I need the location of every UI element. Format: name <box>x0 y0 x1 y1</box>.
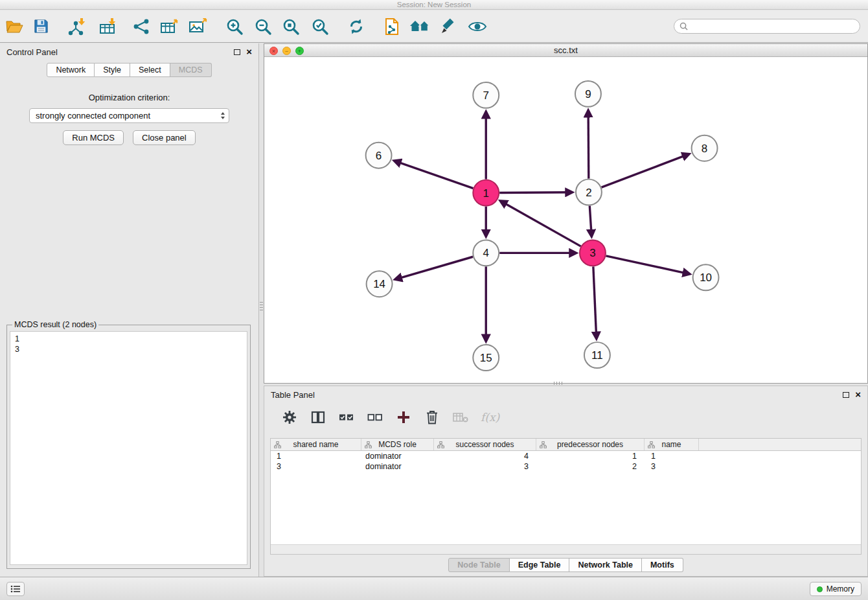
tab-mcds[interactable]: MCDS <box>170 63 212 77</box>
task-history-button[interactable] <box>6 582 25 596</box>
tab-motifs[interactable]: Motifs <box>642 558 683 572</box>
home-button[interactable] <box>409 15 431 38</box>
column-type-icon <box>365 441 372 448</box>
node-label: 9 <box>585 88 591 100</box>
node-11[interactable]: 11 <box>584 342 610 368</box>
horizontal-splitter-handle[interactable] <box>554 382 564 385</box>
float-panel-icon[interactable] <box>843 392 849 398</box>
export-table-button[interactable] <box>158 15 180 38</box>
column-header-name[interactable]: name <box>645 439 699 450</box>
mcds-result-line: 3 <box>15 344 242 354</box>
control-panel-title: Control Panel <box>6 47 58 57</box>
network-canvas[interactable]: 7968124314101511 <box>264 58 867 383</box>
delete-column-button[interactable] <box>452 408 469 427</box>
dropdown-stepper-icon <box>221 112 225 119</box>
column-header-mcds-role[interactable]: MCDS role <box>361 439 434 450</box>
import-table-icon <box>98 17 117 36</box>
edge-2-9[interactable] <box>588 111 589 179</box>
float-panel-icon[interactable] <box>234 49 240 55</box>
run-mcds-button[interactable]: Run MCDS <box>63 130 124 145</box>
edge-2-8[interactable] <box>602 154 689 187</box>
trash-icon <box>426 410 439 424</box>
zoom-fit-button[interactable] <box>280 15 302 38</box>
main-toolbar <box>0 10 868 43</box>
import-network-icon <box>66 17 86 36</box>
column-type-icon <box>648 441 655 448</box>
column-header-successor-nodes[interactable]: successor nodes <box>434 439 536 450</box>
select-all-button[interactable] <box>338 408 355 427</box>
close-panel-icon[interactable]: × <box>855 391 861 398</box>
columns-icon <box>311 411 325 424</box>
edge-4-14[interactable] <box>395 257 473 279</box>
node-table: shared name MCDS role successor nodes pr… <box>270 438 862 555</box>
vertical-splitter-handle[interactable] <box>260 302 263 312</box>
node-8[interactable]: 8 <box>692 135 718 161</box>
node-1[interactable]: 1 <box>473 180 499 206</box>
node-6[interactable]: 6 <box>366 143 392 168</box>
edge-1-6[interactable] <box>394 161 473 188</box>
tab-node-table[interactable]: Node Table <box>448 558 509 572</box>
cell-mcds-role: dominator <box>361 452 434 461</box>
import-table-button[interactable] <box>97 15 119 38</box>
table-panel-tabs: Node Table Edge Table Network Table Moti… <box>264 558 867 572</box>
edge-3-10[interactable] <box>606 256 689 274</box>
node-7[interactable]: 7 <box>473 82 499 108</box>
tab-style[interactable]: Style <box>95 63 130 77</box>
node-15[interactable]: 15 <box>473 345 499 371</box>
zoom-in-button[interactable] <box>223 15 246 38</box>
import-network-button[interactable] <box>65 15 87 38</box>
window-minimize-icon[interactable]: − <box>282 47 291 55</box>
column-header-predecessor-nodes[interactable]: predecessor nodes <box>536 439 645 450</box>
export-image-button[interactable] <box>187 15 209 38</box>
node-4[interactable]: 4 <box>473 240 499 266</box>
column-header-shared-name[interactable]: shared name <box>271 439 361 450</box>
optimization-criterion-select[interactable]: strongly connected component <box>29 108 229 123</box>
close-panel-button[interactable]: Close panel <box>133 130 196 145</box>
network-window-titlebar[interactable]: × − + scc.txt <box>264 44 867 57</box>
mcds-result-title: MCDS result (2 nodes) <box>12 320 98 329</box>
window-zoom-icon[interactable]: + <box>295 47 304 55</box>
table-row[interactable]: 1 dominator 4 1 1 <box>271 451 861 461</box>
network-window: × − + scc.txt 7968124314101511 <box>264 43 868 384</box>
show-columns-button[interactable] <box>310 408 326 427</box>
search-input[interactable] <box>691 21 860 32</box>
close-panel-icon[interactable]: × <box>246 48 252 56</box>
table-header-row: shared name MCDS role successor nodes pr… <box>271 439 861 451</box>
table-panel-header: Table Panel × <box>264 386 867 403</box>
table-row[interactable]: 3 dominator 3 2 3 <box>271 461 861 472</box>
node-3[interactable]: 3 <box>580 240 606 266</box>
add-column-button[interactable] <box>395 408 412 427</box>
cell-predecessor-nodes: 2 <box>536 462 645 471</box>
network-share-button[interactable] <box>130 15 152 38</box>
tab-network[interactable]: Network <box>47 63 95 77</box>
edge-2-3[interactable] <box>589 206 591 237</box>
eye-button[interactable] <box>466 15 488 38</box>
node-10[interactable]: 10 <box>693 264 719 290</box>
function-builder-button[interactable]: f(x) <box>481 408 499 427</box>
horizontal-scrollbar[interactable] <box>271 544 861 554</box>
node-2[interactable]: 2 <box>576 179 602 205</box>
zoom-out-button[interactable] <box>252 15 274 38</box>
edge-3-11[interactable] <box>593 266 597 338</box>
memory-status-icon <box>817 586 823 592</box>
window-close-icon[interactable]: × <box>269 47 278 55</box>
network-file-button[interactable] <box>381 15 403 38</box>
column-type-icon <box>274 441 281 448</box>
node-14[interactable]: 14 <box>367 271 393 297</box>
node-9[interactable]: 9 <box>575 81 601 107</box>
paint-button[interactable] <box>437 15 459 38</box>
edge-1-2[interactable] <box>499 192 572 193</box>
tab-network-table[interactable]: Network Table <box>569 558 642 572</box>
edge-3-1[interactable] <box>501 201 581 246</box>
table-settings-button[interactable] <box>281 408 298 427</box>
memory-button[interactable]: Memory <box>810 582 862 596</box>
save-session-button[interactable] <box>30 15 52 38</box>
zoom-selected-button[interactable] <box>309 15 331 38</box>
delete-row-button[interactable] <box>424 408 440 427</box>
tab-edge-table[interactable]: Edge Table <box>510 558 570 572</box>
open-session-button[interactable] <box>3 15 25 38</box>
network-graph[interactable]: 7968124314101511 <box>264 58 867 383</box>
unselect-all-button[interactable] <box>367 408 383 427</box>
refresh-button[interactable] <box>345 15 367 38</box>
tab-select[interactable]: Select <box>130 63 170 77</box>
